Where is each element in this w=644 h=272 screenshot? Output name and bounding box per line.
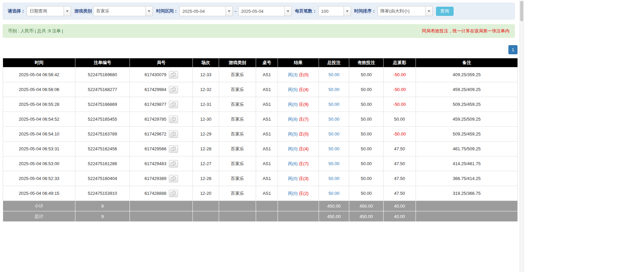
cell-session: 12-28 bbox=[193, 142, 219, 156]
cell-bet-id: 522475169680 bbox=[75, 67, 130, 82]
currency-total-summary: 币别 : 人民币 | 总共 :9 注单 | bbox=[8, 28, 63, 34]
cell-table-no: AS1 bbox=[256, 82, 278, 97]
summary-empty-cell bbox=[278, 201, 319, 211]
cell-result: 闲(0) 庄(2) bbox=[278, 186, 319, 201]
total-bet-link[interactable]: 50.00 bbox=[328, 87, 339, 92]
cell-round-id: 617429785 bbox=[130, 112, 193, 127]
summary-payout: 40.00 bbox=[384, 211, 416, 222]
cards-icon bbox=[171, 147, 176, 151]
round-number: 617428888 bbox=[144, 191, 166, 196]
game-category-value[interactable]: 百家乐 bbox=[93, 6, 145, 16]
chevron-down-icon bbox=[228, 10, 230, 12]
cell-bet-id: 522475153910 bbox=[75, 186, 130, 201]
cell-total-bet: 50.00 bbox=[319, 97, 349, 112]
banker-result: 庄(4) bbox=[299, 87, 309, 92]
cell-game: 百家乐 bbox=[219, 127, 256, 142]
view-cards-button[interactable] bbox=[169, 116, 178, 123]
view-cards-button[interactable] bbox=[169, 130, 178, 138]
total-bet-link[interactable]: 50.00 bbox=[328, 176, 339, 181]
date-to-value[interactable]: 2025-05-04 bbox=[238, 6, 284, 16]
query-type-dropdown-button[interactable] bbox=[64, 6, 71, 16]
player-result: 闲(0) bbox=[288, 191, 298, 196]
date-from-value[interactable]: 2025-05-04 bbox=[179, 6, 225, 16]
range-separator: ~ bbox=[234, 9, 237, 14]
cell-game: 百家乐 bbox=[219, 112, 256, 127]
cards-icon bbox=[171, 72, 176, 77]
cell-result: 闲(6) 庄(7) bbox=[278, 156, 319, 171]
cell-valid-bet: 50.00 bbox=[349, 156, 384, 171]
game-category-label: 游戏类别 bbox=[74, 8, 92, 14]
time-sort-select[interactable]: 降幂(由大到小) bbox=[378, 6, 433, 16]
cell-result: 闲(0) 庄(9) bbox=[278, 97, 319, 112]
view-cards-button[interactable] bbox=[169, 145, 178, 153]
cell-remark: 509.25/459.25 bbox=[416, 127, 518, 142]
page-1-button[interactable]: 1 bbox=[508, 45, 517, 54]
cell-payout: 47.50 bbox=[384, 142, 416, 156]
date-to-dropdown-button[interactable] bbox=[284, 6, 292, 16]
cell-payout: 47.50 bbox=[384, 156, 416, 171]
time-sort-dropdown-button[interactable] bbox=[425, 6, 433, 16]
view-cards-button[interactable] bbox=[169, 86, 178, 93]
cell-total-bet: 50.00 bbox=[319, 171, 349, 186]
scrollbar-thumb[interactable] bbox=[520, 1, 523, 21]
cell-session: 12-20 bbox=[193, 186, 219, 201]
cell-valid-bet: 50.00 bbox=[349, 171, 384, 186]
cards-icon bbox=[171, 176, 176, 181]
total-bet-link[interactable]: 50.00 bbox=[328, 191, 339, 196]
cell-payout: -50.00 bbox=[384, 127, 416, 142]
payout-value: -50.00 bbox=[393, 87, 406, 92]
view-cards-button[interactable] bbox=[169, 71, 178, 79]
banker-result: 庄(0) bbox=[299, 72, 309, 77]
total-bet-link[interactable]: 50.00 bbox=[328, 131, 339, 137]
date-from-picker[interactable]: 2025-05-04 bbox=[179, 6, 233, 16]
cell-bet-id: 522475163789 bbox=[75, 127, 130, 142]
cell-valid-bet: 50.00 bbox=[349, 142, 384, 156]
total-bet-link[interactable]: 50.00 bbox=[328, 117, 339, 122]
cell-round-id: 617429483 bbox=[130, 156, 193, 171]
column-header: 总投注 bbox=[319, 58, 349, 67]
game-category-select[interactable]: 百家乐 bbox=[93, 6, 153, 16]
payout-value: -50.00 bbox=[393, 131, 406, 137]
cell-round-id: 617429566 bbox=[130, 142, 193, 156]
banker-result: 庄(9) bbox=[299, 102, 309, 107]
total-bet-link[interactable]: 50.00 bbox=[328, 102, 339, 107]
time-sort-value[interactable]: 降幂(由大到小) bbox=[378, 6, 425, 16]
date-to-picker[interactable]: 2025-05-04 bbox=[238, 6, 292, 16]
cell-time: 2025-05-04 06:53:00 bbox=[3, 156, 75, 171]
cell-result: 闲(5) 庄(0) bbox=[278, 127, 319, 142]
cell-table-no: AS1 bbox=[256, 112, 278, 127]
view-cards-button[interactable] bbox=[169, 160, 178, 168]
per-page-value[interactable]: 100 bbox=[318, 6, 344, 16]
view-cards-button[interactable] bbox=[169, 175, 178, 182]
date-from-dropdown-button[interactable] bbox=[225, 6, 233, 16]
column-header: 总派彩 bbox=[384, 58, 416, 67]
time-range-label: 时间区间： bbox=[156, 8, 178, 14]
query-type-select[interactable]: 日期查询 bbox=[27, 6, 71, 16]
cell-game: 百家乐 bbox=[219, 186, 256, 201]
query-button[interactable]: 查询 bbox=[436, 7, 454, 16]
payout-value: 47.50 bbox=[394, 161, 405, 166]
total-bet-link[interactable]: 50.00 bbox=[328, 146, 339, 151]
summary-total-bet: 450.00 bbox=[319, 211, 349, 222]
cell-table-no: AS1 bbox=[256, 171, 278, 186]
total-bet-link[interactable]: 50.00 bbox=[328, 161, 339, 166]
query-type-value[interactable]: 日期查询 bbox=[27, 6, 64, 16]
per-page-dropdown-button[interactable] bbox=[344, 6, 351, 16]
view-cards-button[interactable] bbox=[169, 101, 178, 108]
cell-game: 百家乐 bbox=[219, 142, 256, 156]
cell-remark: 414.25/461.75 bbox=[416, 156, 518, 171]
per-page-select[interactable]: 100 bbox=[318, 6, 351, 16]
view-cards-button[interactable] bbox=[169, 190, 178, 197]
summary-empty-cell bbox=[416, 201, 518, 211]
summary-valid-bet: 450.00 bbox=[349, 211, 384, 222]
cell-valid-bet: 50.00 bbox=[349, 97, 384, 112]
cell-bet-id: 522475162456 bbox=[75, 142, 130, 156]
column-header: 注单编号 bbox=[75, 58, 130, 67]
info-bar: 币别 : 人民币 | 总共 :9 注单 | 同局有效投注，统一计算在该局第一张注… bbox=[3, 24, 515, 38]
cards-icon bbox=[171, 117, 176, 122]
vertical-scrollbar[interactable] bbox=[520, 0, 524, 272]
table-header-row: 时间注单编号局号场次游戏类别桌号结果总投注有效投注总派彩备注 bbox=[3, 58, 518, 67]
game-category-dropdown-button[interactable] bbox=[145, 6, 153, 16]
total-bet-link[interactable]: 50.00 bbox=[328, 72, 339, 77]
table-row: 2025-05-04 06:52:33522475160404617429389… bbox=[3, 171, 518, 186]
